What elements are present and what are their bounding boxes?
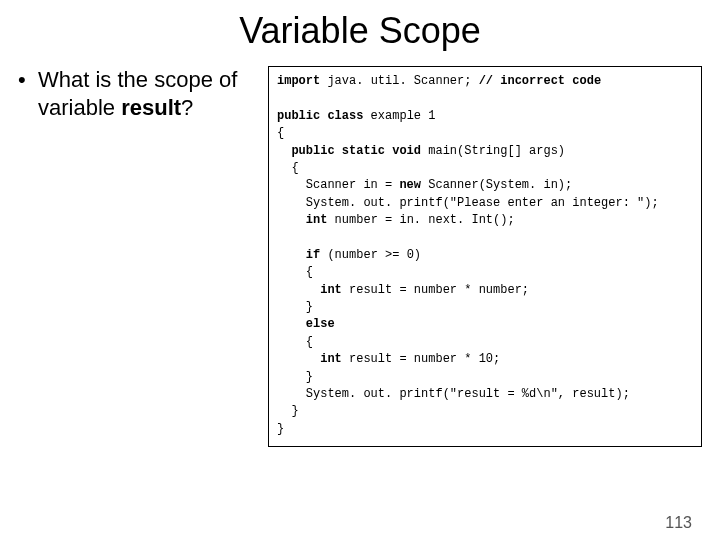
code-block: import java. util. Scanner; // incorrect… [268,66,702,447]
slide-title: Variable Scope [0,0,720,66]
page-number: 113 [665,514,692,532]
bullet-text: What is the scope of variable result? [38,66,256,121]
bullet-item: • What is the scope of variable result? [18,66,256,121]
left-column: • What is the scope of variable result? [18,66,268,447]
right-column: import java. util. Scanner; // incorrect… [268,66,702,447]
content-area: • What is the scope of variable result? … [0,66,720,447]
bullet-mark: • [18,66,38,121]
